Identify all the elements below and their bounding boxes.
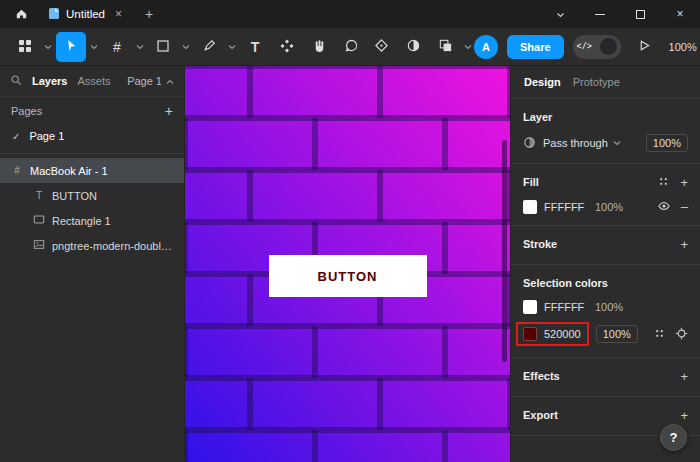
- pen-tool-button[interactable]: [194, 32, 224, 62]
- avatar[interactable]: A: [474, 35, 498, 59]
- menu-grid-icon: [18, 39, 32, 55]
- zoom-menu[interactable]: 100%: [669, 41, 700, 53]
- fill-opacity-value[interactable]: 100%: [595, 201, 623, 213]
- hand-tool-button[interactable]: [304, 32, 334, 62]
- present-button[interactable]: [630, 32, 660, 62]
- check-icon: ✓: [12, 131, 20, 142]
- selection-color-opacity[interactable]: 100%: [595, 301, 623, 313]
- page-selector-label: Page 1: [127, 75, 162, 87]
- rectangle-layer-icon: [33, 214, 45, 227]
- tab-title: Untitled: [66, 8, 105, 20]
- blend-mode-dropdown[interactable]: Pass through: [543, 137, 621, 149]
- shape-tool-chevron[interactable]: [180, 32, 192, 62]
- comment-tool-button[interactable]: [336, 32, 366, 62]
- blend-mode-icon: [523, 136, 536, 151]
- frame-tool-chevron[interactable]: [134, 32, 146, 62]
- add-stroke-button[interactable]: +: [680, 237, 688, 252]
- layer-row-rectangle[interactable]: Rectangle 1: [0, 208, 184, 233]
- add-effect-button[interactable]: +: [680, 369, 688, 384]
- add-fill-button[interactable]: +: [680, 175, 688, 190]
- layer-row-frame[interactable]: # MacBook Air - 1: [0, 158, 184, 183]
- target-picker-icon[interactable]: [675, 327, 688, 342]
- close-button[interactable]: ×: [660, 0, 700, 28]
- layer-label: Rectangle 1: [52, 215, 111, 227]
- text-icon: T: [251, 39, 260, 55]
- selection-color-hex[interactable]: 520000: [544, 328, 581, 340]
- move-tool-chevron[interactable]: [88, 32, 100, 62]
- panel-tabs: Design Prototype: [511, 66, 700, 99]
- styles-grid-icon[interactable]: [658, 176, 669, 189]
- tab-prototype[interactable]: Prototype: [573, 76, 620, 88]
- pages-header: Pages +: [0, 97, 184, 124]
- actions-button[interactable]: [366, 32, 396, 62]
- move-tool-button[interactable]: [56, 32, 86, 62]
- component-tool-button[interactable]: [272, 32, 302, 62]
- selection-color-swatch[interactable]: [523, 300, 537, 314]
- blend-mode-value: Pass through: [543, 137, 608, 149]
- minimize-button[interactable]: [580, 0, 620, 28]
- layer-row-text[interactable]: T BUTTON: [0, 183, 184, 208]
- maximize-icon: [636, 10, 645, 19]
- dev-mode-toggle[interactable]: </>: [573, 35, 621, 59]
- styles-grid-icon[interactable]: [654, 328, 665, 341]
- search-icon[interactable]: [10, 74, 22, 88]
- tab-close-icon[interactable]: ×: [111, 7, 122, 21]
- toolbar-right-group: A Share </> 100%: [474, 32, 700, 62]
- new-tab-button[interactable]: +: [136, 0, 162, 28]
- left-sidebar: Layers Assets Page 1 Pages + ✓ Page 1 # …: [0, 66, 185, 462]
- shape-tool-button[interactable]: [148, 32, 178, 62]
- cursor-icon: [64, 38, 79, 55]
- share-button[interactable]: Share: [507, 35, 564, 59]
- main-area: Layers Assets Page 1 Pages + ✓ Page 1 # …: [0, 66, 700, 462]
- effects-section: Effects +: [511, 358, 700, 397]
- layer-section: Layer Pass through 100%: [511, 99, 700, 164]
- frame-layer-icon: #: [11, 165, 23, 176]
- home-button[interactable]: [8, 0, 34, 28]
- rectangle-icon: [156, 39, 170, 55]
- canvas-scrollbar[interactable]: [502, 140, 507, 362]
- stroke-section: Stroke +: [511, 226, 700, 265]
- help-button[interactable]: ?: [660, 424, 687, 451]
- tab-assets[interactable]: Assets: [77, 75, 110, 87]
- toggle-knob: [600, 38, 617, 55]
- menu-chevron[interactable]: [42, 32, 54, 62]
- fill-color-swatch[interactable]: [523, 200, 537, 214]
- image-layer-icon: [33, 239, 45, 252]
- home-icon: [14, 6, 29, 23]
- add-export-button[interactable]: +: [680, 408, 688, 423]
- fill-section: Fill + FFFFFF 100% –: [511, 164, 700, 226]
- canvas-button-element[interactable]: BUTTON: [269, 255, 427, 297]
- file-tab[interactable]: Untitled ×: [38, 0, 132, 28]
- page-selector[interactable]: Page 1: [127, 75, 174, 87]
- annotation-highlight-box: 520000: [516, 322, 589, 346]
- main-menu-button[interactable]: [10, 32, 40, 62]
- selection-color-opacity[interactable]: 100%: [596, 325, 638, 343]
- tab-layers[interactable]: Layers: [32, 75, 67, 87]
- hand-icon: [312, 38, 327, 55]
- figma-window: Untitled × + ×: [0, 0, 700, 462]
- frame-tool-button[interactable]: #: [102, 32, 132, 62]
- window-menu-button[interactable]: [540, 0, 580, 28]
- selection-colors-section: Selection colors FFFFFF 100% 520000 100%: [511, 265, 700, 358]
- fill-hex-value[interactable]: FFFFFF: [544, 201, 588, 213]
- page-item[interactable]: ✓ Page 1: [0, 124, 184, 148]
- remove-fill-icon[interactable]: –: [681, 199, 688, 214]
- toolbar-left-group: # T: [10, 32, 366, 62]
- tab-design[interactable]: Design: [524, 76, 561, 88]
- pen-tool-chevron[interactable]: [226, 32, 238, 62]
- eye-icon[interactable]: [657, 200, 671, 214]
- layer-row-image[interactable]: pngtree-modern-double-color-...: [0, 233, 184, 258]
- selection-color-hex[interactable]: FFFFFF: [544, 301, 588, 313]
- zoom-level: 100%: [669, 41, 697, 53]
- text-tool-button[interactable]: T: [240, 32, 270, 62]
- mask-button[interactable]: [398, 32, 428, 62]
- window-controls: ×: [540, 0, 700, 28]
- boolean-groups-button[interactable]: [430, 32, 460, 62]
- text-layer-icon: T: [33, 190, 45, 201]
- layer-opacity-input[interactable]: 100%: [646, 134, 688, 152]
- canvas[interactable]: BUTTON: [185, 66, 510, 462]
- boolean-chevron[interactable]: [462, 32, 474, 62]
- selection-color-swatch[interactable]: [523, 327, 537, 341]
- add-page-button[interactable]: +: [165, 103, 173, 119]
- maximize-button[interactable]: [620, 0, 660, 28]
